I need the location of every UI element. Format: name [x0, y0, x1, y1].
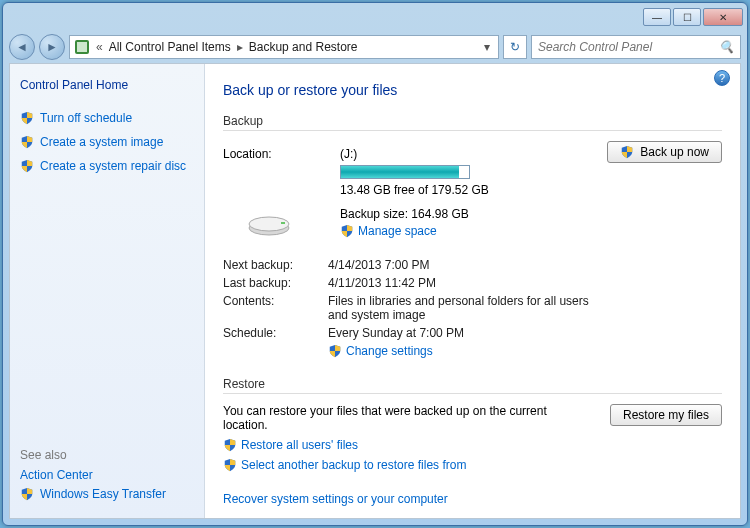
shield-icon [223, 458, 237, 472]
maximize-button[interactable]: ☐ [673, 8, 701, 26]
manage-space-link[interactable]: Manage space [340, 224, 437, 238]
refresh-button[interactable]: ↻ [503, 35, 527, 59]
backup-now-label: Back up now [640, 145, 709, 159]
shield-icon [20, 159, 34, 173]
navbar: ◄ ► « All Control Panel Items ▸ Backup a… [3, 31, 747, 63]
last-backup-label: Last backup: [223, 276, 328, 290]
address-bar[interactable]: « All Control Panel Items ▸ Backup and R… [69, 35, 499, 59]
easy-transfer-link[interactable]: Windows Easy Transfer [20, 487, 194, 501]
select-another-backup-label: Select another backup to restore files f… [241, 458, 466, 472]
contents-value: Files in libraries and personal folders … [328, 294, 591, 322]
task-label: Create a system image [40, 135, 163, 149]
svg-rect-1 [77, 42, 87, 52]
manage-space-label: Manage space [358, 224, 437, 238]
page-title: Back up or restore your files [223, 82, 722, 98]
hard-drive-icon [245, 198, 293, 238]
shield-icon [620, 145, 634, 159]
control-panel-home-link[interactable]: Control Panel Home [20, 78, 194, 92]
change-settings-link[interactable]: Change settings [328, 344, 433, 358]
turn-off-schedule-link[interactable]: Turn off schedule [20, 111, 194, 125]
help-button[interactable]: ? [714, 70, 730, 86]
backup-now-button[interactable]: Back up now [607, 141, 722, 163]
location-label: Location: [223, 147, 328, 161]
content-body: Control Panel Home Turn off schedule Cre… [9, 63, 741, 519]
shield-icon [20, 135, 34, 149]
shield-icon [20, 487, 34, 501]
window-frame: — ☐ ✕ ◄ ► « All Control Panel Items ▸ Ba… [2, 2, 748, 526]
backup-location-area: Location: (J:) 13.48 GB free of 179.52 G… [223, 141, 722, 365]
shield-icon [223, 438, 237, 452]
minimize-button[interactable]: — [643, 8, 671, 26]
action-center-link[interactable]: Action Center [20, 468, 194, 482]
seealso-label: Action Center [20, 468, 93, 482]
breadcrumb-separator-icon: ▸ [235, 40, 245, 54]
task-label: Turn off schedule [40, 111, 132, 125]
shield-icon [20, 111, 34, 125]
restore-all-users-label: Restore all users' files [241, 438, 358, 452]
drive-name: (J:) [340, 147, 591, 161]
back-button[interactable]: ◄ [9, 34, 35, 60]
close-button[interactable]: ✕ [703, 8, 743, 26]
next-backup-value: 4/14/2013 7:00 PM [328, 258, 591, 272]
select-another-backup-link[interactable]: Select another backup to restore files f… [223, 458, 466, 472]
address-dropdown-icon[interactable]: ▾ [480, 40, 494, 54]
control-panel-icon [74, 39, 90, 55]
search-icon[interactable]: 🔍 [719, 40, 734, 54]
free-space-text: 13.48 GB free of 179.52 GB [340, 183, 591, 197]
restore-all-users-link[interactable]: Restore all users' files [223, 438, 358, 452]
disk-usage-bar [340, 165, 470, 179]
titlebar: — ☐ ✕ [3, 3, 747, 31]
breadcrumb-up-icon[interactable]: « [94, 40, 105, 54]
backup-section-header: Backup [223, 114, 722, 131]
see-also-header: See also [20, 448, 194, 462]
window-controls: — ☐ ✕ [643, 8, 743, 26]
breadcrumb-item[interactable]: Backup and Restore [249, 40, 358, 54]
last-backup-value: 4/11/2013 11:42 PM [328, 276, 591, 290]
shield-icon [340, 224, 354, 238]
task-label: Create a system repair disc [40, 159, 186, 173]
change-settings-label: Change settings [346, 344, 433, 358]
search-box[interactable]: 🔍 [531, 35, 741, 59]
sidebar: Control Panel Home Turn off schedule Cre… [10, 64, 205, 518]
restore-section-header: Restore [223, 377, 722, 394]
create-repair-disc-link[interactable]: Create a system repair disc [20, 159, 194, 173]
contents-label: Contents: [223, 294, 328, 322]
breadcrumb-item[interactable]: All Control Panel Items [109, 40, 231, 54]
next-backup-label: Next backup: [223, 258, 328, 272]
disk-usage-fill [341, 166, 459, 178]
seealso-label: Windows Easy Transfer [40, 487, 166, 501]
see-also-section: See also Action Center Windows Easy Tran… [20, 448, 194, 506]
shield-icon [328, 344, 342, 358]
restore-my-files-label: Restore my files [623, 408, 709, 422]
create-system-image-link[interactable]: Create a system image [20, 135, 194, 149]
restore-my-files-button[interactable]: Restore my files [610, 404, 722, 426]
restore-description: You can restore your files that were bac… [223, 404, 590, 432]
svg-rect-4 [281, 222, 285, 224]
recover-system-link[interactable]: Recover system settings or your computer [223, 492, 448, 506]
search-input[interactable] [538, 40, 719, 54]
schedule-value: Every Sunday at 7:00 PM [328, 326, 591, 340]
backup-size-text: Backup size: 164.98 GB [340, 207, 591, 221]
schedule-label: Schedule: [223, 326, 328, 340]
forward-button[interactable]: ► [39, 34, 65, 60]
main-content: ? Back up or restore your files Backup L… [205, 64, 740, 518]
